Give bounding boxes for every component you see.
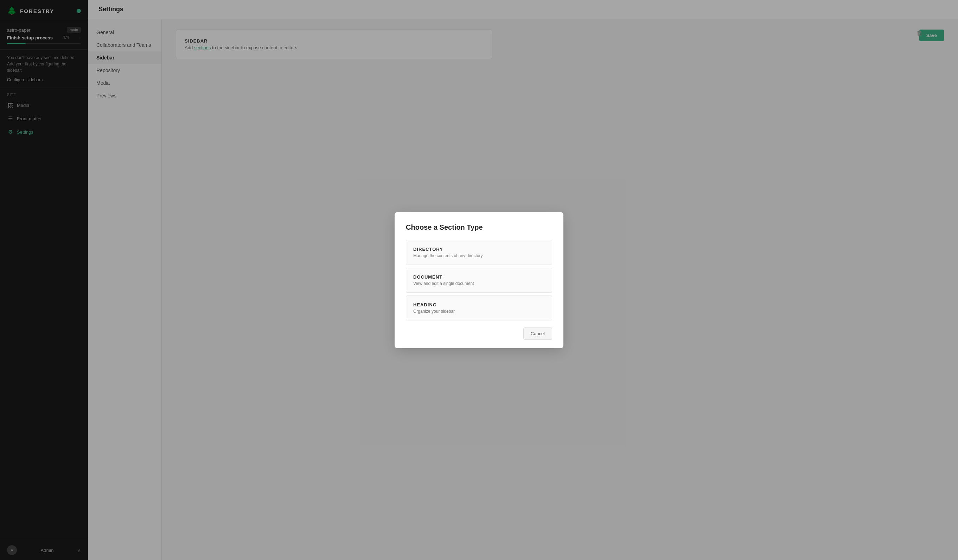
section-type-document[interactable]: DOCUMENT View and edit a single document: [406, 268, 552, 293]
modal-footer: Cancel: [406, 327, 552, 340]
document-type-desc: View and edit a single document: [413, 281, 545, 286]
section-type-modal: Choose a Section Type DIRECTORY Manage t…: [395, 212, 563, 348]
heading-type-desc: Organize your sidebar: [413, 309, 545, 314]
section-type-heading[interactable]: HEADING Organize your sidebar: [406, 295, 552, 320]
modal-overlay[interactable]: Choose a Section Type DIRECTORY Manage t…: [0, 0, 958, 560]
document-type-name: DOCUMENT: [413, 274, 545, 280]
directory-type-desc: Manage the contents of any directory: [413, 253, 545, 258]
modal-title: Choose a Section Type: [406, 224, 552, 232]
directory-type-name: DIRECTORY: [413, 247, 545, 252]
heading-type-name: HEADING: [413, 302, 545, 308]
cancel-button[interactable]: Cancel: [523, 327, 552, 340]
section-type-directory[interactable]: DIRECTORY Manage the contents of any dir…: [406, 240, 552, 265]
